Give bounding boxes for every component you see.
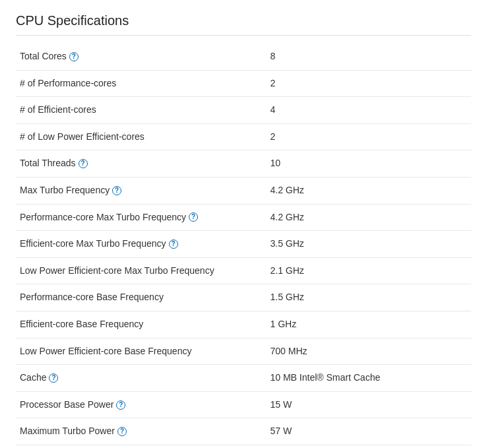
spec-label-text: # of Efficient-cores bbox=[20, 104, 96, 117]
spec-label-text: Performance-core Max Turbo Frequency bbox=[20, 211, 186, 224]
table-row: Performance-core Base Frequency1.5 GHz bbox=[16, 284, 471, 311]
spec-label-text: # of Performance-cores bbox=[20, 77, 116, 90]
spec-value: 10 MB Intel® Smart Cache bbox=[267, 365, 472, 392]
spec-value: 10 bbox=[267, 150, 472, 177]
spec-label: Processor Base Power? bbox=[16, 391, 267, 418]
spec-label-text: Processor Base Power bbox=[20, 399, 114, 412]
table-row: Max Turbo Frequency?4.2 GHz bbox=[16, 177, 471, 204]
page-title: CPU Specifications bbox=[16, 13, 471, 36]
spec-label-text: Low Power Efficient-core Base Frequency bbox=[20, 345, 191, 358]
table-row: # of Low Power Efficient-cores2 bbox=[16, 123, 471, 150]
spec-label: Maximum Turbo Power? bbox=[16, 418, 267, 445]
spec-label-text: Performance-core Base Frequency bbox=[20, 291, 164, 304]
spec-label: Cache? bbox=[16, 365, 267, 392]
spec-label: Performance-core Max Turbo Frequency? bbox=[16, 204, 267, 231]
spec-value: 700 MHz bbox=[267, 338, 472, 365]
spec-value: 2 bbox=[267, 123, 472, 150]
table-row: Maximum Turbo Power?57 W bbox=[16, 418, 471, 445]
spec-label: Minimum Assured Power bbox=[16, 445, 267, 448]
table-row: Cache?10 MB Intel® Smart Cache bbox=[16, 365, 471, 392]
spec-value: 1 GHz bbox=[267, 311, 472, 338]
spec-label: Performance-core Base Frequency bbox=[16, 284, 267, 311]
spec-label: Total Threads? bbox=[16, 150, 267, 177]
help-icon[interactable]: ? bbox=[189, 212, 198, 222]
spec-label: Total Cores? bbox=[16, 44, 267, 70]
table-row: # of Performance-cores2 bbox=[16, 70, 471, 97]
help-icon[interactable]: ? bbox=[169, 240, 178, 249]
spec-value: 4.2 GHz bbox=[267, 204, 472, 231]
table-row: Performance-core Max Turbo Frequency?4.2… bbox=[16, 204, 471, 231]
spec-value: 2 bbox=[267, 70, 472, 97]
spec-label: # of Performance-cores bbox=[16, 70, 267, 97]
help-icon[interactable]: ? bbox=[79, 159, 88, 168]
help-icon[interactable]: ? bbox=[112, 186, 121, 195]
spec-label-text: Efficient-core Base Frequency bbox=[20, 318, 143, 331]
spec-label-text: Max Turbo Frequency bbox=[20, 184, 110, 197]
table-row: # of Efficient-cores4 bbox=[16, 97, 471, 124]
spec-value: 15 W bbox=[267, 391, 472, 418]
spec-label-text: Total Cores bbox=[20, 50, 67, 63]
spec-value: 1.5 GHz bbox=[267, 284, 472, 311]
spec-value: 3.5 GHz bbox=[267, 231, 472, 258]
help-icon[interactable]: ? bbox=[117, 427, 127, 436]
spec-value: 4 bbox=[267, 97, 472, 124]
spec-label-text: Efficient-core Max Turbo Frequency bbox=[20, 238, 166, 251]
table-row: Total Cores?8 bbox=[16, 44, 471, 70]
spec-label-text: Cache bbox=[20, 371, 46, 385]
spec-label: Efficient-core Base Frequency bbox=[16, 311, 267, 338]
help-icon[interactable]: ? bbox=[116, 400, 125, 410]
table-row: Minimum Assured Power12 W bbox=[16, 445, 471, 448]
table-row: Low Power Efficient-core Base Frequency7… bbox=[16, 338, 471, 365]
spec-label-text: Total Threads bbox=[20, 157, 76, 170]
spec-label: Efficient-core Max Turbo Frequency? bbox=[16, 231, 267, 258]
help-icon[interactable]: ? bbox=[69, 52, 79, 61]
spec-value: 8 bbox=[267, 44, 472, 70]
spec-label-text: Maximum Turbo Power bbox=[20, 425, 115, 438]
table-row: Low Power Efficient-core Max Turbo Frequ… bbox=[16, 257, 471, 284]
spec-label: Max Turbo Frequency? bbox=[16, 177, 267, 204]
spec-label: # of Efficient-cores bbox=[16, 97, 267, 124]
spec-table: Total Cores?8# of Performance-cores2# of… bbox=[16, 44, 471, 448]
table-row: Total Threads?10 bbox=[16, 150, 471, 177]
spec-value: 2.1 GHz bbox=[267, 257, 472, 284]
table-row: Efficient-core Base Frequency1 GHz bbox=[16, 311, 471, 338]
table-row: Processor Base Power?15 W bbox=[16, 391, 471, 418]
spec-label: # of Low Power Efficient-cores bbox=[16, 123, 267, 150]
spec-label: Low Power Efficient-core Max Turbo Frequ… bbox=[16, 257, 267, 284]
spec-value: 12 W bbox=[267, 445, 472, 448]
spec-value: 57 W bbox=[267, 418, 472, 445]
spec-label-text: Low Power Efficient-core Max Turbo Frequ… bbox=[20, 265, 214, 278]
help-icon[interactable]: ? bbox=[49, 373, 58, 383]
spec-value: 4.2 GHz bbox=[267, 177, 472, 204]
spec-label: Low Power Efficient-core Base Frequency bbox=[16, 338, 267, 365]
table-row: Efficient-core Max Turbo Frequency?3.5 G… bbox=[16, 231, 471, 258]
spec-label-text: # of Low Power Efficient-cores bbox=[20, 131, 145, 144]
